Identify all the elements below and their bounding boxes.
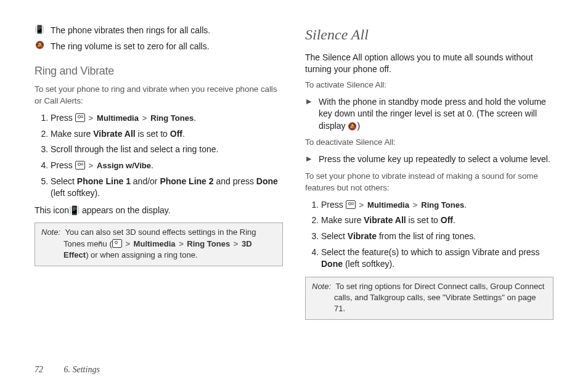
silence-icon: 🔕: [348, 122, 357, 131]
menu-key-icon: [75, 113, 85, 122]
step-4: Press > Assign w/Vibe.: [51, 160, 283, 172]
note-box-direct-connect: Note: To set ring options for Direct Con…: [305, 277, 553, 321]
step-2: Make sure Vibrate All is set to Off.: [51, 128, 283, 141]
step-r1: Press > Multimedia > Ring Tones.: [321, 199, 553, 211]
step-1: Press > Multimedia > Ring Tones.: [51, 112, 283, 125]
note-box-3d-effect: Note: You can also set 3D sound effects …: [35, 223, 283, 266]
activate-bullet-list: With the phone in standby mode press and…: [305, 96, 553, 133]
deactivate-bullet: Press the volume key up repeatedly to se…: [319, 153, 553, 166]
page-number: 72: [35, 365, 43, 374]
menu-key-icon: [112, 239, 122, 248]
step-r2: Make sure Vibrate All is set to Off.: [321, 214, 553, 227]
steps-list-left: Press > Multimedia > Ring Tones. Make su…: [35, 112, 283, 200]
intro-text: To set your phone to ring and vibrate wh…: [35, 84, 283, 107]
steps-list-right: Press > Multimedia > Ring Tones. Make su…: [305, 199, 553, 271]
note-label: Note:: [312, 282, 331, 291]
section-heading-ring-vibrate: Ring and Vibrate: [35, 63, 283, 79]
page-footer: 72 6. Settings: [35, 364, 100, 376]
menu-key-icon: [346, 200, 356, 209]
chapter-label: 6. Settings: [64, 365, 100, 374]
after-steps-text: This icon📳 appears on the display.: [35, 205, 283, 217]
left-column: 📳 The phone vibrates then rings for all …: [35, 25, 283, 326]
vibrate-intro: To set your phone to vibrate instead of …: [305, 171, 553, 194]
step-r3: Select Vibrate from the list of ring ton…: [321, 231, 553, 243]
step-r4: Select the feature(s) to which to assign…: [321, 247, 553, 271]
silence-intro: The Silence All option allows you to mut…: [305, 52, 553, 76]
icon-row-text: The ring volume is set to zero for all c…: [51, 41, 210, 53]
icon-row-text: The phone vibrates then rings for all ca…: [51, 25, 210, 37]
step-5: Select Phone Line 1 and/or Phone Line 2 …: [51, 176, 283, 200]
icon-row-silence: 🔕 The ring volume is set to zero for all…: [35, 41, 283, 53]
note-label: Note:: [41, 227, 60, 237]
step-3: Scroll through the list and select a rin…: [51, 144, 283, 156]
vibrate-ring-icon: 📳: [35, 25, 44, 35]
title-silence-all: Silence All: [305, 25, 553, 46]
right-column: Silence All The Silence All option allow…: [305, 25, 553, 326]
deactivate-bullet-list: Press the volume key up repeatedly to se…: [305, 153, 553, 166]
deactivate-label: To deactivate Silence All:: [305, 137, 553, 149]
menu-key-icon: [75, 161, 85, 169]
vibrate-ring-icon: 📳: [69, 205, 80, 215]
activate-label: To activate Silence All:: [305, 80, 553, 91]
silence-icon: 🔕: [35, 41, 44, 49]
activate-bullet: With the phone in standby mode press and…: [319, 96, 553, 133]
icon-row-vibrate-ring: 📳 The phone vibrates then rings for all …: [35, 25, 283, 37]
